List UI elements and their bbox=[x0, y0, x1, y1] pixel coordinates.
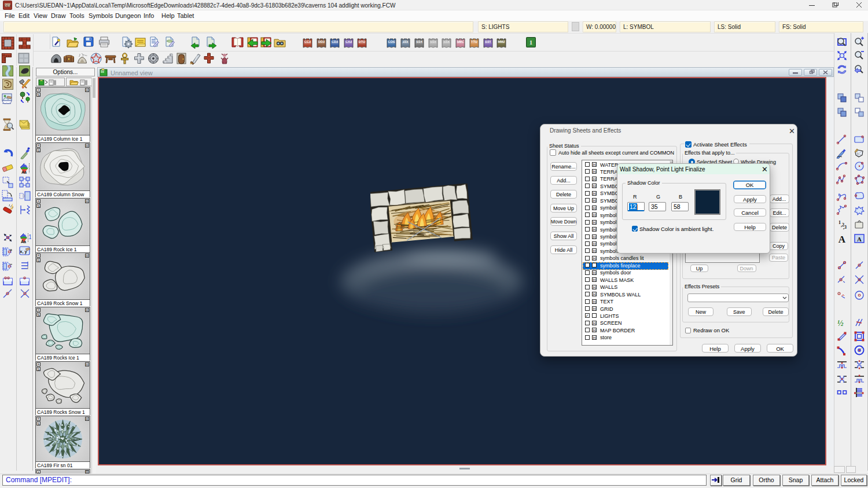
svg-text:Aa: Aa bbox=[21, 170, 27, 174]
svg-text:DD3: DD3 bbox=[318, 40, 325, 43]
svg-text:SS5: SS5 bbox=[430, 40, 436, 43]
svg-text:CC3: CC3 bbox=[304, 40, 311, 43]
svg-text:SS6: SS6 bbox=[443, 40, 449, 43]
svg-text:CA3: CA3 bbox=[345, 40, 352, 43]
svg-text:DTO: DTO bbox=[359, 40, 366, 43]
svg-text:CD3: CD3 bbox=[332, 40, 338, 43]
svg-text:COS: COS bbox=[388, 40, 395, 43]
svg-text:A: A bbox=[838, 234, 846, 244]
svg-text:1: 1 bbox=[529, 39, 533, 46]
svg-text:CC3: CC3 bbox=[4, 4, 12, 8]
svg-text:D3T: D3T bbox=[485, 40, 491, 43]
svg-text:MM2: MM2 bbox=[498, 40, 505, 43]
svg-text:1: 1 bbox=[28, 234, 31, 240]
svg-text:223: 223 bbox=[403, 40, 408, 43]
svg-text:½: ½ bbox=[837, 319, 844, 328]
svg-text:SS4: SS4 bbox=[416, 40, 422, 43]
svg-text:,3: ,3 bbox=[843, 225, 847, 230]
svg-text:TTO: TTO bbox=[471, 40, 478, 43]
svg-text:Aa: Aa bbox=[21, 240, 26, 244]
svg-text:A: A bbox=[857, 236, 862, 243]
svg-text:SMC: SMC bbox=[457, 40, 464, 43]
